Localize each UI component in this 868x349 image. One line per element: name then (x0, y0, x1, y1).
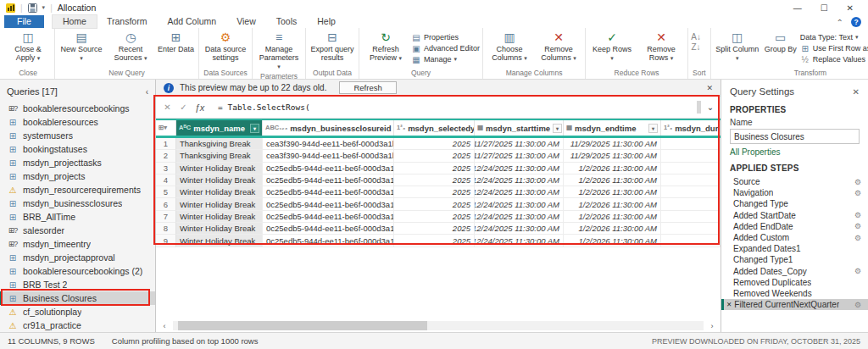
cell-businessclosureid[interactable]: 0c25edb5-944d-ee11-be6f-000d3a1b9247 (263, 211, 394, 223)
profiling-status[interactable]: Column profiling based on top 1000 rows (112, 336, 259, 346)
refresh-preview-button[interactable]: ↻ Refresh Preview ▾ (362, 30, 409, 64)
cell-selectedyear[interactable]: 2025 (394, 235, 475, 247)
data-type-button[interactable]: Data Type: Text ▾ (800, 32, 868, 42)
gear-icon[interactable]: ⚙ (851, 267, 861, 275)
gear-icon[interactable]: ⚙ (851, 189, 861, 197)
applied-step[interactable]: Removed Duplicates (721, 277, 868, 288)
query-list-item[interactable]: ⊞ bookableresourcebookings (2) (0, 264, 155, 278)
column-header[interactable]: AᴮC msdyn_name ▾ (176, 120, 263, 136)
export-query-results-button[interactable]: ⊟ Export query results (309, 30, 356, 63)
query-list-item[interactable]: ⚠ cr91a_practice (0, 319, 155, 332)
collapse-queries-pane-icon[interactable]: ‹ (146, 87, 148, 97)
applied-step[interactable]: Added Custom ⚙ (721, 232, 868, 243)
cell-businessclosureid[interactable]: cea3f390-944d-ee11-be6f-000d3a1b9247 (263, 150, 394, 162)
cell-msdyn-name[interactable]: Winter Holiday Break (176, 163, 263, 174)
cell-businessclosureid[interactable]: cea3f390-944d-ee11-be6f-000d3a1b9247 (263, 138, 394, 150)
sort-ascending-button[interactable]: A↓ (691, 32, 701, 42)
cell-starttime[interactable]: 12/24/2025 11:30:00 AM (475, 223, 564, 235)
query-list-item[interactable]: ⊞ msdyn_businessclosures (0, 197, 155, 210)
gear-icon[interactable]: ⚙ (851, 211, 861, 219)
group-by-button[interactable]: ▭ Group By (763, 30, 798, 54)
cell-endtime[interactable]: 1/2/2026 11:30:00 AM (564, 174, 661, 186)
cell-selectedyear[interactable]: 2025 (394, 150, 475, 162)
close-apply-button[interactable]: ◫ Close & Apply ▾ (4, 30, 52, 64)
cell-msdyn-name[interactable]: Winter Holiday Break (176, 186, 263, 198)
cell-starttime[interactable]: 12/24/2025 11:30:00 AM (475, 211, 564, 223)
cell-duration[interactable] (661, 235, 721, 247)
cell-endtime[interactable]: 1/2/2026 11:30:00 AM (564, 186, 661, 198)
tab-view[interactable]: View (226, 15, 266, 28)
tab-transform[interactable]: Transform (97, 15, 157, 28)
cell-starttime[interactable]: 12/24/2025 11:30:00 AM (475, 198, 564, 210)
cell-endtime[interactable]: 1/2/2026 11:30:00 AM (564, 223, 661, 235)
advanced-editor-button[interactable]: ▣ Advanced Editor (411, 43, 480, 53)
scroll-left-icon[interactable]: ‹ (159, 322, 170, 330)
cell-msdyn-name[interactable]: Winter Holiday Break (176, 223, 263, 235)
enter-data-button[interactable]: ⊞ Enter Data (156, 30, 196, 54)
column-filter-icon[interactable]: ▾ (553, 124, 562, 133)
tab-home[interactable]: Home (53, 15, 97, 28)
cell-selectedyear[interactable]: 2025 (394, 186, 475, 198)
scroll-right-icon[interactable]: › (706, 322, 718, 330)
query-list-item[interactable]: ⊞? bookableresourcebookings (0, 102, 155, 115)
tab-tools[interactable]: Tools (266, 15, 308, 28)
gear-icon[interactable]: ⚙ (851, 222, 861, 230)
tab-help[interactable]: Help (307, 15, 346, 28)
cell-endtime[interactable]: 1/2/2026 11:30:00 AM (564, 235, 661, 247)
all-properties-link[interactable]: All Properties (721, 147, 868, 160)
cell-starttime[interactable]: 11/27/2025 11:30:00 AM (475, 150, 564, 162)
query-list-item[interactable]: ⊞? msdyn_timeentry (0, 237, 155, 251)
remove-columns-button[interactable]: ✕ Remove Columns ▾ (535, 30, 582, 64)
tab-add-column[interactable]: Add Column (157, 15, 226, 28)
column-header[interactable]: ▦ msdyn_starttime ▾ (475, 120, 564, 136)
split-column-button[interactable]: ◫ Split Column ▾ (714, 30, 761, 64)
cell-selectedyear[interactable]: 2025 (394, 223, 475, 235)
table-row[interactable]: 7 Winter Holiday Break 0c25edb5-944d-ee1… (156, 211, 721, 223)
manage-button[interactable]: ▦ Manage ▾ (411, 54, 480, 64)
applied-step[interactable]: Added StartDate ⚙ (721, 210, 868, 221)
cell-selectedyear[interactable]: 2025 (394, 174, 475, 186)
new-source-button[interactable]: ▤ New Source ▾ (58, 30, 105, 64)
manage-parameters-button[interactable]: ≡ Manage Parameters ▾ (255, 30, 303, 72)
cell-starttime[interactable]: 12/24/2025 11:30:00 AM (475, 163, 564, 174)
scrollbar-track[interactable] (173, 321, 704, 330)
cell-msdyn-name[interactable]: Winter Holiday Break (176, 174, 263, 186)
save-icon[interactable] (28, 3, 37, 13)
gear-icon[interactable]: ⚙ (851, 178, 861, 186)
applied-step[interactable]: Source ⚙ (721, 176, 868, 187)
cell-msdyn-name[interactable]: Thanksgiving Break (176, 150, 263, 162)
cell-duration[interactable] (661, 198, 721, 210)
applied-step[interactable]: Navigation ⚙ (721, 187, 868, 198)
query-list-item[interactable]: ⚠ cf_solutionplay (0, 305, 155, 319)
restore-button[interactable]: ☐ (821, 3, 828, 13)
applied-step[interactable]: Added Dates_Copy ⚙ (721, 266, 868, 277)
cell-msdyn-name[interactable]: Winter Holiday Break (176, 211, 263, 223)
cell-selectedyear[interactable]: 2025 (394, 138, 475, 150)
query-list-item[interactable]: ⊞ msdyn_projectapproval (0, 251, 155, 264)
expand-formula-bar-icon[interactable]: ⌄ (704, 102, 717, 112)
cell-starttime[interactable]: 12/24/2025 11:30:00 AM (475, 186, 564, 198)
cell-businessclosureid[interactable]: 0c25edb5-944d-ee11-be6f-000d3a1b9247 (263, 198, 394, 210)
properties-button[interactable]: ▤ Properties (411, 32, 480, 42)
applied-step[interactable]: Expanded Dates1 (721, 243, 868, 254)
cell-endtime[interactable]: 11/29/2025 11:30:00 AM (564, 138, 661, 150)
table-row[interactable]: 8 Winter Holiday Break 0c25edb5-944d-ee1… (156, 223, 721, 235)
cell-starttime[interactable]: 12/24/2025 11:30:00 AM (475, 174, 564, 186)
sort-descending-button[interactable]: Z↓ (691, 42, 701, 52)
cell-starttime[interactable]: 12/24/2025 11:30:00 AM (475, 235, 564, 247)
cell-duration[interactable] (661, 174, 721, 186)
cell-businessclosureid[interactable]: 0c25edb5-944d-ee11-be6f-000d3a1b9247 (263, 186, 394, 198)
dismiss-notification-icon[interactable]: ✕ (706, 84, 713, 92)
column-filter-icon[interactable]: ▾ (648, 124, 658, 133)
tab-file[interactable]: File (4, 15, 44, 28)
close-window-button[interactable]: ✕ (847, 3, 854, 13)
table-row[interactable]: 2 Thanksgiving Break cea3f390-944d-ee11-… (156, 150, 721, 162)
query-list-item[interactable]: ⊞ msdyn_projects (0, 169, 155, 183)
cell-starttime[interactable]: 11/27/2025 11:30:00 AM (475, 138, 564, 150)
column-header[interactable]: 1²₃ msdyn_duration ▾ (661, 120, 721, 136)
cell-duration[interactable] (661, 223, 721, 235)
cell-duration[interactable] (661, 163, 721, 174)
cell-endtime[interactable]: 1/2/2026 11:30:00 AM (564, 198, 661, 210)
query-list-item[interactable]: ⊞ bookingstatuses (0, 142, 155, 156)
query-list-item[interactable]: ⊞ systemusers (0, 129, 155, 142)
